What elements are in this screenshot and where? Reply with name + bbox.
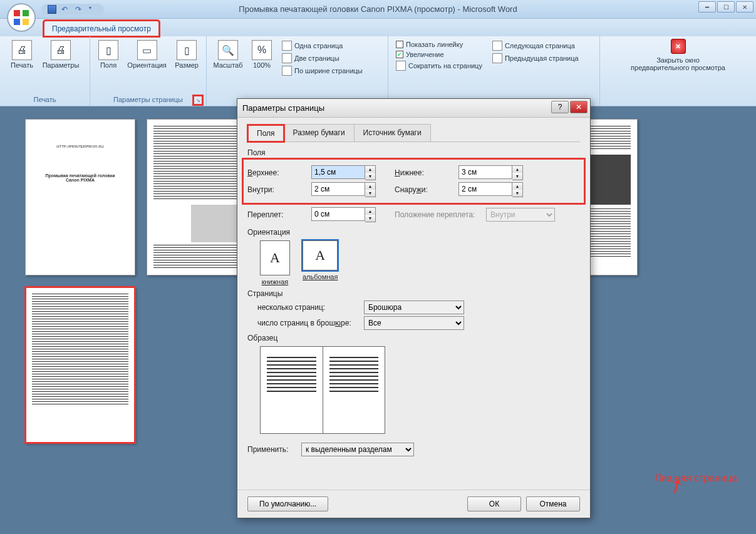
next-page-icon (492, 41, 502, 51)
orientation-icon: ▭ (137, 40, 157, 60)
one-page-icon (282, 41, 292, 51)
input-gutter[interactable] (311, 207, 365, 221)
shrink-icon (396, 61, 406, 71)
label-booklet-pages: число страниц в брошюре: (257, 319, 360, 327)
svg-rect-2 (23, 10, 29, 16)
default-button[interactable]: По умолчанию... (247, 496, 328, 511)
minimize-button[interactable]: ━ (698, 1, 716, 13)
margins-icon: ▯ (98, 40, 118, 60)
print-button[interactable]: 🖨Печать (4, 39, 40, 70)
shrink-one-page-button[interactable]: Сократить на страницу (395, 60, 484, 71)
orientation-button[interactable]: ▭Ориентация (125, 39, 168, 70)
svg-rect-4 (23, 19, 29, 25)
page-setup-dialog-launcher[interactable]: ↘ (194, 96, 202, 105)
window-title: Промывка печатающей головки Canon PIXMA … (239, 4, 517, 14)
input-top-margin[interactable] (311, 165, 365, 179)
svg-rect-1 (14, 10, 20, 16)
magnifier-checkbox[interactable]: ✔Увеличение (395, 50, 484, 59)
label-gutter-pos: Положение переплета: (395, 210, 482, 219)
label-outside: Снаружи: (395, 185, 455, 194)
section-preview: Образец (247, 334, 580, 342)
label-bottom: Нижнее: (395, 168, 455, 177)
group-label-page-setup: Параметры страницы↘ (94, 95, 202, 105)
cancel-button[interactable]: Отмена (526, 496, 580, 511)
label-inside: Внутри: (247, 185, 308, 194)
select-apply-to[interactable]: к выделенным разделам (301, 443, 414, 456)
office-button[interactable] (6, 3, 36, 33)
label-multi-pages: несколько страниц: (257, 303, 360, 312)
label-gutter: Переплет: (247, 210, 308, 219)
input-bottom-margin[interactable] (458, 165, 512, 179)
next-page-button[interactable]: Следующая страница (491, 40, 580, 51)
titlebar: ↶ ↷ ▾ Промывка печатающей головки Canon … (0, 0, 756, 19)
spin-up-icon[interactable]: ▲ (365, 166, 375, 173)
ribbon: 🖨Печать 🖨Параметры Печать ▯Поля ▭Ориента… (0, 36, 756, 106)
annotation-extra-page: Лишняя страница (655, 473, 737, 484)
page-size-icon: ▯ (177, 40, 197, 60)
qat-dropdown-icon[interactable]: ▾ (89, 5, 98, 14)
checkbox-icon: ✔ (396, 51, 403, 58)
tab-print-preview[interactable]: Предварительный просмотр (44, 21, 159, 36)
maximize-button[interactable]: ☐ (717, 1, 735, 13)
dialog-tabs: Поля Размер бумаги Источник бумаги (247, 124, 580, 142)
dialog-titlebar[interactable]: Параметры страницы ? ✕ (237, 99, 590, 118)
page-width-button[interactable]: По ширине страницы (281, 65, 364, 76)
printer-settings-icon: 🖨 (51, 40, 71, 60)
undo-icon[interactable]: ↶ (61, 5, 70, 14)
page-thumb-1[interactable]: HTTP://PRINTERPROFI.RUПромывка печатающе… (25, 119, 135, 275)
preview-image (260, 346, 385, 434)
printer-icon: 🖨 (12, 40, 32, 60)
dialog-help-button[interactable]: ? (551, 101, 569, 113)
one-page-button[interactable]: Одна страница (281, 40, 364, 51)
svg-point-0 (8, 4, 35, 31)
group-label-print: Печать (4, 95, 86, 105)
page-width-icon (282, 66, 292, 76)
zoom-100-button[interactable]: %100% (248, 39, 276, 70)
size-button[interactable]: ▯Размер (171, 39, 202, 70)
ribbon-tab-row: Предварительный просмотр (0, 19, 756, 36)
print-options-button[interactable]: 🖨Параметры (43, 39, 79, 70)
tab-margins[interactable]: Поля (247, 125, 284, 142)
checkbox-icon (396, 41, 403, 48)
margins-button[interactable]: ▯Поля (94, 39, 123, 70)
orientation-portrait[interactable]: Aкнижная (260, 240, 290, 285)
dialog-close-button[interactable]: ✕ (570, 101, 588, 113)
section-margins: Поля (247, 148, 580, 157)
orientation-landscape[interactable]: Aальбомная (303, 240, 338, 285)
two-pages-button[interactable]: Две страницы (281, 53, 364, 64)
section-orientation: Ориентация (247, 228, 580, 237)
quick-access-toolbar: ↶ ↷ ▾ (41, 4, 104, 15)
page-thumb-5[interactable] (25, 287, 135, 443)
ok-button[interactable]: ОК (467, 496, 521, 511)
prev-page-icon (492, 53, 502, 63)
show-ruler-checkbox[interactable]: Показать линейку (395, 40, 484, 49)
input-outside-margin[interactable] (458, 182, 512, 196)
select-multi-pages[interactable]: Брошюра (364, 300, 464, 314)
section-pages: Страницы (247, 289, 580, 298)
redo-icon[interactable]: ↷ (75, 5, 84, 14)
select-gutter-pos: Внутри (486, 208, 555, 222)
zoom-button[interactable]: 🔍Масштаб (210, 39, 246, 70)
dialog-title: Параметры страницы (242, 103, 324, 113)
select-booklet-pages[interactable]: Все (364, 316, 464, 330)
two-pages-icon (282, 53, 292, 63)
page-setup-dialog: Параметры страницы ? ✕ Поля Размер бумаг… (237, 98, 591, 518)
label-apply-to: Применить: (247, 445, 298, 454)
margins-highlight-box: Верхнее: ▲▼ Внутри: ▲▼ Нижнее: ▲▼ Снаруж… (244, 160, 584, 203)
tab-paper-size[interactable]: Размер бумаги (284, 124, 355, 141)
close-icon: ✕ (671, 39, 686, 54)
spin-down-icon[interactable]: ▼ (365, 173, 375, 180)
svg-rect-3 (14, 19, 20, 25)
tab-paper-source[interactable]: Источник бумаги (354, 124, 431, 141)
prev-page-button[interactable]: Предыдущая страница (491, 53, 580, 64)
save-icon[interactable] (48, 5, 56, 14)
zoom100-icon: % (252, 40, 272, 60)
label-top: Верхнее: (247, 168, 308, 177)
close-button[interactable]: ✕ (736, 1, 753, 13)
close-preview-button[interactable]: ✕ Закрыть окно предварительного просмотр… (622, 39, 735, 71)
input-inside-margin[interactable] (311, 182, 365, 196)
magnifier-icon: 🔍 (218, 40, 238, 60)
